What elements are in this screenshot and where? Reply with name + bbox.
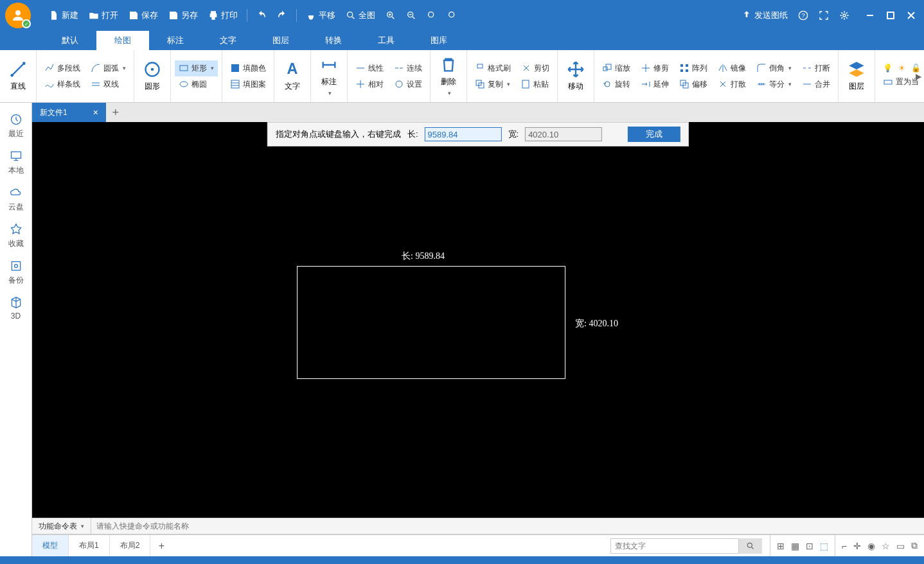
break-tool[interactable]: 打断 xyxy=(798,60,834,76)
length-input[interactable] xyxy=(425,127,502,141)
menu-annotate[interactable]: 标注 xyxy=(149,31,202,50)
fillpattern-tool[interactable]: 填图案 xyxy=(226,76,270,93)
paste-tool[interactable]: 粘贴 xyxy=(517,76,553,93)
sidebar-recent[interactable]: 最近 xyxy=(0,108,31,145)
text-tool[interactable]: A文字 xyxy=(278,55,307,97)
send-drawing-button[interactable]: 发送图纸 xyxy=(736,7,793,24)
layout-tab-1[interactable]: 布局1 xyxy=(69,535,110,556)
pan-button[interactable]: 平移 xyxy=(301,7,341,24)
menu-library[interactable]: 图库 xyxy=(413,31,465,50)
cut-tool[interactable]: 剪切 xyxy=(517,60,553,76)
help-button[interactable]: ? xyxy=(793,8,813,23)
zoom-prev-button[interactable] xyxy=(442,8,463,23)
sun-icon[interactable]: ☀ xyxy=(896,62,907,74)
minimize-button[interactable] xyxy=(862,8,878,23)
delete-tool[interactable]: 删除▾ xyxy=(434,51,463,101)
ribbon-scroll-right[interactable]: ▶ xyxy=(916,72,921,81)
fillcolor-tool[interactable]: 填颜色 xyxy=(226,60,270,76)
close-button[interactable] xyxy=(903,8,919,23)
move-tool[interactable]: 移动 xyxy=(562,55,590,97)
layout-toggle[interactable]: ▭ xyxy=(896,541,905,551)
rotate-tool[interactable]: 旋转 xyxy=(598,76,634,93)
continuous-tool[interactable]: 连续 xyxy=(390,60,426,76)
ucs-toggle[interactable]: ⌐ xyxy=(842,541,847,551)
annotate-tool[interactable]: 标注▾ xyxy=(315,51,343,101)
mirror-tool[interactable]: 镜像 xyxy=(714,60,750,76)
zoom-in-button[interactable] xyxy=(380,8,401,23)
drawing-rectangle[interactable] xyxy=(297,266,565,379)
sidebar-local[interactable]: 本地 xyxy=(0,145,31,181)
menu-default[interactable]: 默认 xyxy=(44,31,96,50)
print-button[interactable]: 打印 xyxy=(203,7,243,24)
copy-tool[interactable]: 复制▾ xyxy=(471,76,514,93)
relative-tool[interactable]: 相对 xyxy=(351,76,387,93)
save-button[interactable]: 保存 xyxy=(123,7,163,24)
menu-text[interactable]: 文字 xyxy=(202,31,254,50)
explode-tool[interactable]: 打散 xyxy=(714,76,750,93)
line-tool[interactable]: 直线 xyxy=(4,55,32,97)
done-button[interactable]: 完成 xyxy=(628,127,680,142)
layout-tab-2[interactable]: 布局2 xyxy=(110,535,151,556)
polyline-tool[interactable]: 多段线 xyxy=(40,60,84,76)
new-button[interactable]: 新建 xyxy=(44,7,84,24)
color-toggle[interactable]: ◉ xyxy=(867,541,875,551)
zoom-window-button[interactable] xyxy=(422,8,442,23)
equal-tool[interactable]: 等分▾ xyxy=(752,76,795,93)
undo-button[interactable] xyxy=(251,8,272,23)
fillet-tool[interactable]: 倒角▾ xyxy=(752,60,795,76)
svg-point-10 xyxy=(10,74,13,77)
circle-tool[interactable]: 圆形 xyxy=(138,55,166,97)
sidebar-fav[interactable]: 收藏 xyxy=(0,218,31,254)
crosshair-toggle[interactable]: ✛ xyxy=(853,541,861,551)
rect-tool[interactable]: 矩形▾ xyxy=(175,60,218,76)
width-input[interactable] xyxy=(525,127,602,141)
sidebar-backup[interactable]: 备份 xyxy=(0,254,31,291)
menu-tools[interactable]: 工具 xyxy=(360,31,413,50)
bulb-icon[interactable]: 💡 xyxy=(882,62,893,74)
link-toggle[interactable]: ⧉ xyxy=(911,540,918,551)
layer-tool[interactable]: 图层 xyxy=(842,55,871,97)
layout-tab-model[interactable]: 模型 xyxy=(32,535,69,556)
formatpainter-tool[interactable]: 格式刷 xyxy=(471,60,515,76)
grid2-toggle[interactable]: ⊡ xyxy=(806,541,813,551)
sidebar-cloud[interactable]: 云盘 xyxy=(0,181,31,218)
scale-tool[interactable]: 缩放 xyxy=(598,60,634,76)
text-search[interactable] xyxy=(610,538,739,554)
ortho-toggle[interactable]: ⬚ xyxy=(820,541,828,551)
drawing-canvas[interactable]: 指定对角点或键盘输入，右键完成 长: 宽: 完成 长: 9589.84 宽: 4… xyxy=(32,122,924,518)
arc-tool[interactable]: 圆弧▾ xyxy=(87,60,130,76)
open-button[interactable]: 打开 xyxy=(84,7,123,24)
dline-tool[interactable]: 双线 xyxy=(87,76,123,93)
grid-toggle[interactable]: ▦ xyxy=(791,541,799,551)
array-tool[interactable]: 阵列 xyxy=(675,60,711,76)
command-input[interactable] xyxy=(91,518,924,534)
menu-draw[interactable]: 绘图 xyxy=(96,31,149,50)
file-tab-add[interactable]: + xyxy=(106,103,125,122)
offset-tool[interactable]: 偏移 xyxy=(675,76,711,93)
app-logo[interactable]: ✓ xyxy=(5,3,31,28)
menu-layer[interactable]: 图层 xyxy=(254,31,307,50)
search-button[interactable] xyxy=(739,538,762,554)
trim-tool[interactable]: 修剪 xyxy=(637,60,673,76)
settings-button[interactable] xyxy=(834,8,855,23)
maximize-button[interactable] xyxy=(883,8,898,23)
dim-settings-tool[interactable]: 设置 xyxy=(390,76,426,93)
fullscreen-button[interactable] xyxy=(813,8,834,23)
snap-toggle[interactable]: ⊞ xyxy=(777,541,785,551)
fav-toggle[interactable]: ☆ xyxy=(882,541,890,551)
layout-add[interactable]: + xyxy=(150,540,172,552)
merge-tool[interactable]: 合并 xyxy=(798,76,834,93)
extend-tool[interactable]: 延伸 xyxy=(637,76,673,93)
ellipse-tool[interactable]: 椭圆 xyxy=(175,76,211,93)
file-tab[interactable]: 新文件1 × xyxy=(32,103,106,122)
linear-tool[interactable]: 线性 xyxy=(351,60,387,76)
menu-convert[interactable]: 转换 xyxy=(307,31,360,50)
saveas-button[interactable]: 另存 xyxy=(163,7,203,24)
zoom-out-button[interactable] xyxy=(401,8,422,23)
redo-button[interactable] xyxy=(272,8,292,23)
fullview-button[interactable]: 全图 xyxy=(341,7,380,24)
file-tab-close[interactable]: × xyxy=(93,107,98,118)
command-label[interactable]: 功能命令表▾ xyxy=(32,518,91,534)
spline-tool[interactable]: 样条线 xyxy=(40,76,84,93)
sidebar-3d[interactable]: 3D xyxy=(0,291,31,326)
